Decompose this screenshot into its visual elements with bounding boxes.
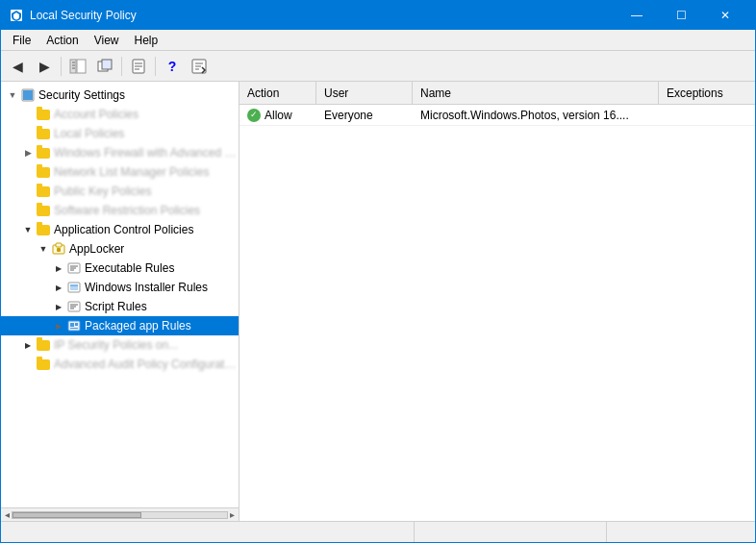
title-bar-controls: — ☐ ✕: [615, 1, 747, 30]
software-icon: [36, 203, 51, 218]
scrollbar-track[interactable]: [12, 511, 228, 519]
allow-icon: [247, 109, 261, 122]
svg-rect-19: [23, 95, 28, 100]
status-section-3: [607, 522, 751, 542]
svg-rect-22: [56, 243, 62, 247]
tree-expand-executable[interactable]: ▶: [51, 260, 66, 276]
menu-action[interactable]: Action: [38, 30, 86, 51]
app-control-label: Application Control Policies: [54, 223, 193, 236]
tree-expand-root[interactable]: ▼: [5, 87, 20, 103]
tree-node-public-key[interactable]: Public Key Policies: [1, 182, 239, 201]
tree-expand-applocker[interactable]: ▼: [36, 241, 51, 257]
ip-security-icon: [36, 337, 51, 353]
tree-node-account-policies[interactable]: ▶ Account Policies: [1, 105, 239, 124]
script-rules-icon: [66, 299, 82, 314]
minimize-button[interactable]: —: [615, 1, 659, 30]
title-bar: Local Security Policy — ☐ ✕: [1, 1, 755, 30]
tree-expand-packaged[interactable]: ▶: [51, 318, 66, 333]
toolbar-separator-1: [61, 57, 62, 76]
svg-rect-2: [77, 60, 86, 73]
scrollbar-thumb[interactable]: [13, 512, 141, 518]
tree-expand-ip[interactable]: ▶: [20, 337, 36, 353]
installer-rules-icon: [66, 280, 82, 295]
tree-root-node[interactable]: ▼ Security Settings: [1, 86, 239, 105]
svg-rect-23: [57, 248, 61, 252]
forward-button[interactable]: ▶: [32, 54, 57, 79]
help-button[interactable]: ?: [160, 54, 185, 79]
local-policies-icon: [36, 126, 51, 141]
scroll-right-arrow[interactable]: ▸: [228, 509, 237, 520]
tree-node-ip-security[interactable]: ▶ IP Security Policies on...: [1, 335, 239, 355]
local-policies-label: Local Policies: [54, 127, 124, 140]
executable-rules-label: Executable Rules: [85, 261, 174, 275]
new-window-button[interactable]: [92, 54, 117, 79]
cell-name: Microsoft.Windows.Photos, version 16....: [413, 105, 659, 126]
firewall-label: Windows Firewall with Advanced Sec...: [54, 146, 239, 160]
column-header-exceptions[interactable]: Exceptions: [659, 82, 755, 105]
export-button[interactable]: [187, 54, 212, 79]
applocker-label: AppLocker: [69, 242, 124, 256]
menu-bar: File Action View Help: [1, 30, 755, 51]
right-panel: Action User Name Exceptions Allow Everyo…: [239, 82, 755, 521]
tree-expand-installer[interactable]: ▶: [51, 280, 66, 295]
security-settings-label: Security Settings: [38, 88, 125, 102]
back-button[interactable]: ◀: [5, 54, 30, 79]
tree-expand-app-control[interactable]: ▼: [20, 222, 36, 237]
svg-rect-17: [23, 90, 28, 95]
packaged-app-rules-label: Packaged app Rules: [85, 319, 191, 333]
status-bar: [1, 521, 755, 542]
table-header: Action User Name Exceptions: [239, 82, 755, 105]
properties-button[interactable]: [126, 54, 151, 79]
tree-node-packaged-app[interactable]: ▶ Packaged app Rules: [1, 316, 239, 335]
action-label: Allow: [265, 109, 292, 122]
toolbar: ◀ ▶ ?: [1, 51, 755, 82]
svg-rect-37: [75, 323, 78, 326]
close-button[interactable]: ✕: [703, 1, 747, 30]
tree-node-network[interactable]: Network List Manager Policies: [1, 162, 239, 182]
column-header-user[interactable]: User: [316, 82, 413, 105]
table-row[interactable]: Allow Everyone Microsoft.Windows.Photos,…: [239, 105, 755, 126]
left-panel: ▼ Security Settings: [1, 82, 239, 521]
menu-help[interactable]: Help: [127, 30, 166, 51]
tree-expand-script[interactable]: ▶: [51, 299, 66, 314]
tree-node-software[interactable]: Software Restriction Policies: [1, 201, 239, 220]
scroll-left-arrow[interactable]: ◂: [3, 509, 12, 520]
tree-node-applocker[interactable]: ▼ AppLocker: [1, 239, 239, 259]
public-key-icon: [36, 184, 51, 199]
column-header-action[interactable]: Action: [239, 82, 316, 105]
ip-security-label: IP Security Policies on...: [54, 338, 178, 352]
left-panel-scrollbar[interactable]: ◂ ▸: [1, 507, 239, 521]
svg-rect-7: [102, 60, 112, 69]
tree-expand-firewall[interactable]: ▶: [20, 145, 36, 160]
installer-rules-label: Windows Installer Rules: [85, 281, 208, 294]
tree-node-executable[interactable]: ▶ Executable Rules: [1, 259, 239, 278]
account-policies-label: Account Policies: [54, 108, 139, 121]
script-rules-label: Script Rules: [85, 300, 147, 313]
toolbar-separator-2: [121, 57, 122, 76]
show-console-button[interactable]: [65, 54, 90, 79]
column-header-name[interactable]: Name: [413, 82, 659, 105]
svg-rect-1: [70, 60, 76, 73]
menu-view[interactable]: View: [87, 30, 127, 51]
svg-rect-18: [28, 90, 33, 95]
advanced-audit-label: Advanced Audit Policy Configuratio...: [54, 358, 239, 371]
firewall-icon: [36, 145, 51, 160]
tree-node-local-policies[interactable]: ▶ Local Policies: [1, 124, 239, 143]
status-section-1: [5, 522, 415, 542]
advanced-audit-icon: [36, 357, 51, 372]
tree-node-app-control[interactable]: ▼ Application Control Policies: [1, 220, 239, 239]
maximize-button[interactable]: ☐: [659, 1, 703, 30]
applocker-icon: [51, 241, 66, 257]
table-body[interactable]: Allow Everyone Microsoft.Windows.Photos,…: [239, 105, 755, 521]
tree-node-firewall[interactable]: ▶ Windows Firewall with Advanced Sec...: [1, 143, 239, 162]
tree-node-installer[interactable]: ▶ Windows Installer Rules: [1, 278, 239, 297]
cell-user: Everyone: [316, 105, 413, 126]
tree-scroll[interactable]: ▼ Security Settings: [1, 82, 239, 507]
network-icon: [36, 164, 51, 180]
cell-action: Allow: [239, 105, 316, 126]
menu-file[interactable]: File: [5, 30, 38, 51]
tree-node-advanced-audit[interactable]: Advanced Audit Policy Configuratio...: [1, 355, 239, 374]
svg-rect-36: [70, 323, 74, 327]
security-settings-icon: [20, 87, 36, 103]
tree-node-script[interactable]: ▶ Script Rules: [1, 297, 239, 316]
